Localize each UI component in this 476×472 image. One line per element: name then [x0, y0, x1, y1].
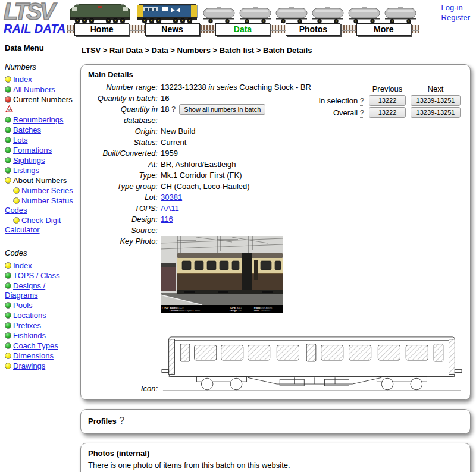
field-label: Built/Converted: — [88, 148, 161, 159]
sidebar-item-label[interactable]: Index — [13, 75, 32, 84]
field-value: 1959 — [161, 148, 463, 159]
sidebar-item-label[interactable]: Lots — [13, 136, 28, 144]
sidebar-item-label[interactable]: Locations — [13, 311, 46, 320]
status-dot-green-icon — [5, 137, 11, 143]
previous-in-selection-button[interactable]: 13222 — [369, 95, 406, 106]
sidebar-item-label[interactable]: All Numbers — [13, 85, 55, 94]
sidebar-item-index[interactable]: Index — [5, 75, 77, 84]
coach-line-drawing — [161, 325, 463, 394]
register-link[interactable]: Register — [441, 12, 470, 23]
tank-wagon-icon — [383, 5, 418, 24]
sidebar-item-pools[interactable]: Pools — [5, 301, 77, 310]
key-photo[interactable] — [161, 236, 463, 313]
status-dot-yellow-icon — [5, 177, 11, 184]
sidebar-item-label[interactable]: Formations — [13, 146, 52, 155]
sidebar-item-locations[interactable]: Locations — [5, 311, 77, 320]
sidebar-item-coach-types[interactable]: Coach Types — [5, 341, 77, 351]
status-dot-green-icon — [5, 322, 11, 329]
sidebar-item-designs-diagrams[interactable]: Designs / Diagrams — [5, 281, 77, 300]
in-selection-help-icon[interactable]: ? — [360, 96, 364, 106]
sidebar-item-label[interactable]: TOPS / Class — [13, 271, 60, 280]
profiles-title: Profiles — [88, 417, 117, 426]
site-logo[interactable]: LTSV RAIL DATA — [4, 0, 75, 34]
tops-link[interactable]: AA11 — [161, 204, 179, 213]
field-label: Type group: — [88, 181, 161, 193]
sidebar-item-label[interactable]: Batches — [13, 125, 41, 134]
status-dot-green-icon — [5, 342, 11, 349]
field-label: Icon: — [88, 383, 161, 395]
sidebar-item-number-status-codes[interactable]: Number Status Codes — [5, 196, 77, 215]
sidebar-item-label[interactable]: Dimensions — [13, 351, 54, 360]
nav-button-home[interactable]: Home — [74, 23, 129, 36]
sidebar-item-current-numbers: Current Numbers — [5, 95, 77, 105]
nav-button-data[interactable]: Data — [215, 23, 270, 36]
sidebar-item-check-digit-calculator[interactable]: Check Digit Calculator — [5, 216, 77, 235]
sidebar-item-drawings[interactable]: Drawings — [5, 361, 77, 371]
sidebar-item-formations[interactable]: Formations — [5, 146, 77, 155]
nav-button-news[interactable]: News — [145, 23, 200, 36]
sidebar-item-label[interactable]: Pools — [13, 301, 33, 310]
sidebar-item-all-numbers[interactable]: All Numbers — [5, 85, 77, 95]
sidebar-item-fishkinds[interactable]: Fishkinds — [5, 331, 77, 341]
sidebar-item-label: Current Numbers — [13, 95, 73, 104]
nav-button-more[interactable]: More — [356, 23, 411, 36]
status-dot-yellow-icon — [5, 76, 11, 83]
login-link[interactable]: Log-in — [441, 2, 470, 12]
sidebar-item-codes-index[interactable]: Index — [5, 261, 77, 270]
design-link[interactable]: 116 — [161, 215, 173, 224]
sidebar-item-number-series[interactable]: Number Series — [5, 186, 77, 196]
sidebar-item-label[interactable]: Prefixes — [13, 321, 41, 330]
sidebar-item-tops-class[interactable]: TOPS / Class — [5, 271, 77, 281]
tank-wagon-icon — [237, 5, 273, 24]
sidebar-item-dimensions[interactable]: Dimensions — [5, 351, 77, 361]
next-overall-button[interactable]: 13239-13251 — [411, 107, 461, 118]
sidebar-item-sightings[interactable]: Sightings — [5, 156, 77, 165]
next-in-selection-button[interactable]: 13239-13251 — [411, 95, 461, 106]
status-dot-yellow-icon — [5, 262, 11, 269]
status-dot-red-icon — [5, 96, 11, 103]
sidebar-item-label[interactable]: Sightings — [13, 156, 45, 165]
sidebar-item-listings[interactable]: Listings — [5, 166, 77, 175]
lot-link[interactable]: 30381 — [161, 193, 182, 202]
qty-db-help-icon[interactable]: ? — [171, 105, 176, 114]
nav-button-photos[interactable]: Photos — [286, 23, 340, 36]
data-menu-sidebar: Data Menu Numbers Index All Numbers Curr… — [0, 37, 79, 472]
field-label: Quantity in batch: — [88, 93, 161, 105]
sidebar-item-label: About Numbers — [13, 176, 67, 185]
detail-row-type: Type: Mk.1 Corridor First (FK) — [88, 170, 463, 181]
status-dot-yellow-icon — [13, 197, 20, 204]
status-dot-green-icon — [5, 282, 11, 289]
field-label: Quantity in database: — [88, 104, 161, 126]
key-photo-image[interactable] — [161, 236, 283, 313]
sidebar-divider — [5, 56, 74, 56]
sidebar-item-renumberings[interactable]: Renumberings — [5, 115, 77, 125]
profiles-panel: Profiles ? — [80, 409, 471, 434]
status-dot-green-icon — [5, 147, 11, 153]
sidebar-item-batches[interactable]: Batches — [5, 125, 77, 135]
field-value: Current — [161, 137, 463, 149]
field-label: Design: — [88, 214, 161, 225]
field-label: Type: — [88, 170, 161, 181]
field-label: TOPS: — [88, 203, 161, 215]
sidebar-item-prefixes[interactable]: Prefixes — [5, 321, 77, 331]
blue-diesel-loco-icon — [134, 1, 201, 24]
sidebar-item-label[interactable]: Drawings — [13, 361, 45, 370]
sidebar-item-label[interactable]: Index — [13, 261, 32, 270]
detail-row-lot: Lot: 30381 — [88, 192, 463, 203]
previous-overall-button[interactable]: 13222 — [369, 107, 406, 118]
overall-help-icon[interactable]: ? — [360, 108, 364, 118]
sidebar-item-lots[interactable]: Lots — [5, 136, 77, 145]
sidebar-item-label[interactable]: Renumberings — [13, 115, 64, 124]
status-dot-green-icon — [5, 127, 11, 133]
show-all-numbers-button[interactable]: Show all numbers in batch — [179, 104, 265, 115]
profiles-help-icon[interactable]: ? — [119, 416, 124, 426]
sidebar-item-label[interactable]: Fishkinds — [13, 331, 46, 340]
sidebar-item-label[interactable]: Coach Types — [13, 341, 58, 350]
sidebar-item-label[interactable]: Listings — [13, 166, 39, 175]
photos-internal-title: Photos (internal) — [88, 449, 463, 458]
detail-row-tops: TOPS: AA11 — [88, 203, 463, 215]
header-train-banner — [67, 1, 419, 24]
detail-row-design: Design: 116 — [88, 214, 463, 225]
next-column-header: Next — [411, 84, 461, 93]
sidebar-item-label[interactable]: Number Series — [21, 186, 73, 195]
